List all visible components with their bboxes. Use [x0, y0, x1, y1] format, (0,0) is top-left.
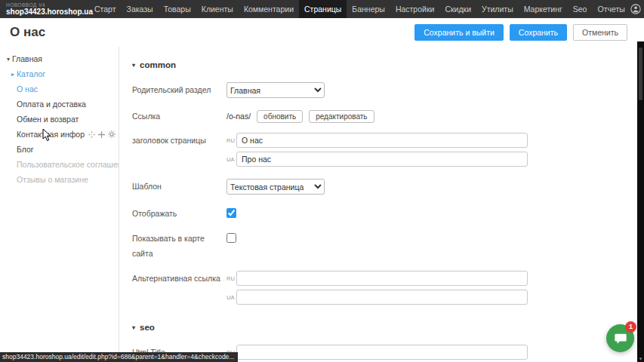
section-arrow-icon: ▾ — [132, 324, 135, 331]
menu-item-comments[interactable]: Комментарии — [239, 0, 299, 18]
sidebar-item-label: Обмен и возврат — [17, 115, 79, 124]
field-template: Шаблон Текстовая страница — [132, 179, 637, 195]
menu-item-pages[interactable]: Страницы — [299, 0, 347, 18]
section-title: common — [140, 60, 176, 69]
brand-domain: shop34423.horoshop.ua — [6, 8, 82, 16]
brand-version: НОВОВВОД V4 — [6, 2, 82, 8]
sidebar-item-label: Отзывы о магазине — [17, 175, 88, 184]
page-edit-form: ▾ common Родительский раздел Главная Ссы… — [119, 47, 637, 362]
field-display: Отображать — [132, 206, 637, 221]
parent-section-select[interactable]: Главная — [226, 82, 325, 98]
field-label: Шаблон — [132, 179, 226, 194]
menu-item-utilities[interactable]: Утилиты — [476, 0, 519, 18]
sidebar-item-label: Главная — [12, 54, 42, 63]
menu-item-discounts[interactable]: Скидки — [439, 0, 476, 18]
alt-link-ru-input[interactable] — [236, 271, 528, 286]
page-header: О нас Сохранить и выйти Сохранить Отмени… — [0, 18, 637, 47]
cancel-button[interactable]: Отменить — [573, 24, 627, 41]
sidebar-item-home[interactable]: ▾ Главная — [0, 51, 119, 66]
sidebar-item-label: Каталог — [17, 69, 45, 78]
sidebar-item-exchange-return[interactable]: Обмен и возврат — [0, 112, 119, 127]
topbar-right: ≡ — [630, 0, 644, 18]
settings-gear-icon[interactable] — [108, 130, 116, 138]
topbar: НОВОВВОД V4 shop34423.horoshop.ua Старт … — [0, 0, 644, 18]
page-title: О нас — [10, 25, 45, 40]
field-label: Ссылка — [132, 109, 226, 124]
menu-item-orders[interactable]: Заказы — [122, 0, 159, 18]
sidebar-item-label: Оплата и доставка — [17, 100, 86, 109]
vertical-scrollbar[interactable]: ▼ — [637, 41, 644, 362]
row-actions — [88, 130, 119, 138]
save-and-exit-button[interactable]: Сохранить и выйти — [414, 24, 504, 41]
chat-unread-badge: 1 — [625, 321, 636, 333]
field-page-title: заголовок страницы RU UA — [132, 133, 637, 167]
field-sitemap: Показывать в карте сайта — [132, 231, 637, 261]
menu-item-start[interactable]: Старт — [89, 0, 122, 18]
field-label: Показывать в карте сайта — [132, 231, 226, 261]
display-checkbox[interactable] — [226, 208, 236, 218]
scrollbar-thumb[interactable] — [639, 48, 642, 100]
chat-bubble-icon — [614, 332, 627, 345]
sidebar-item-label: Контактная инфор — [17, 130, 85, 139]
link-edit-button[interactable]: редактировать — [309, 110, 374, 123]
field-label: Отображать — [132, 206, 226, 221]
link-value: /o-nas/ — [226, 109, 251, 124]
lang-ru-badge: RU — [226, 137, 236, 144]
sidebar-item-label: Пользовательское соглашение — [17, 160, 119, 169]
drag-handle-icon[interactable] — [88, 131, 95, 138]
section-title: seo — [140, 323, 155, 332]
menu-item-banners[interactable]: Баннеры — [347, 0, 390, 18]
section-common-header[interactable]: ▾ common — [132, 60, 637, 69]
pages-tree-sidebar: ▾ Главная ▸ Каталог О нас Оплата и доста… — [0, 47, 119, 362]
scroll-down-icon[interactable]: ▼ — [637, 357, 644, 361]
alt-link-ua-input[interactable] — [236, 290, 528, 305]
page-title-ru-input[interactable] — [236, 133, 528, 148]
field-alt-link: Альтернативная ссылка RU UA — [132, 271, 637, 305]
menu-item-seo[interactable]: Seo — [568, 0, 593, 18]
field-label: Альтернативная ссылка — [132, 271, 226, 286]
browser-status-url: shop34423.horoshop.ua/edit/edit.php?id=6… — [0, 352, 238, 362]
menu-item-products[interactable]: Товары — [159, 0, 196, 18]
lang-ua-badge: UA — [226, 156, 236, 163]
sidebar-item-label: О нас — [17, 84, 38, 94]
lang-ua-badge: UA — [226, 294, 236, 301]
page-title-ua-input[interactable] — [236, 152, 528, 167]
save-button[interactable]: Сохранить — [510, 24, 567, 41]
sidebar-item-contact-info[interactable]: Контактная инфор — [0, 127, 119, 142]
top-menu: Старт Заказы Товары Клиенты Комментарии … — [89, 0, 630, 18]
sidebar-item-blog[interactable]: Блог — [0, 142, 119, 157]
collapsed-arrow-icon[interactable]: ▸ — [9, 71, 17, 78]
field-label: Родительский раздел — [132, 82, 226, 97]
sidebar-item-about[interactable]: О нас — [0, 81, 119, 97]
sidebar-item-store-reviews[interactable]: Отзывы о магазине — [0, 172, 119, 187]
html-title-ru-input[interactable] — [236, 345, 528, 360]
menu-item-reports[interactable]: Отчеты — [592, 0, 630, 18]
field-link: Ссылка /o-nas/ обновить редактировать — [132, 109, 637, 124]
sitemap-checkbox[interactable] — [226, 233, 236, 243]
menu-item-clients[interactable]: Клиенты — [196, 0, 239, 18]
field-parent-section: Родительский раздел Главная — [132, 82, 637, 98]
header-actions: Сохранить и выйти Сохранить Отменить — [414, 24, 627, 41]
expanded-arrow-icon[interactable]: ▾ — [5, 56, 12, 63]
brand[interactable]: НОВОВВОД V4 shop34423.horoshop.ua — [0, 0, 89, 18]
sidebar-item-payment-delivery[interactable]: Оплата и доставка — [0, 97, 119, 112]
section-arrow-icon: ▾ — [132, 62, 135, 69]
chat-launcher-button[interactable]: 1 — [606, 324, 634, 352]
link-refresh-button[interactable]: обновить — [257, 110, 303, 123]
lang-ru-badge: RU — [226, 275, 236, 282]
app-window: НОВОВВОД V4 shop34423.horoshop.ua Старт … — [0, 0, 644, 362]
section-seo-header[interactable]: ▾ seo — [132, 323, 637, 332]
field-label: заголовок страницы — [132, 133, 226, 148]
menu-item-marketing[interactable]: Маркетинг — [519, 0, 568, 18]
sidebar-item-user-agreement[interactable]: Пользовательское соглашение — [0, 157, 119, 172]
sidebar-item-label: Блог — [17, 145, 34, 154]
sidebar-item-catalog[interactable]: ▸ Каталог — [0, 66, 119, 81]
template-select[interactable]: Текстовая страница — [226, 179, 325, 195]
account-icon[interactable] — [630, 4, 641, 14]
add-page-icon[interactable] — [98, 131, 105, 138]
menu-item-settings[interactable]: Настройки — [390, 0, 440, 18]
